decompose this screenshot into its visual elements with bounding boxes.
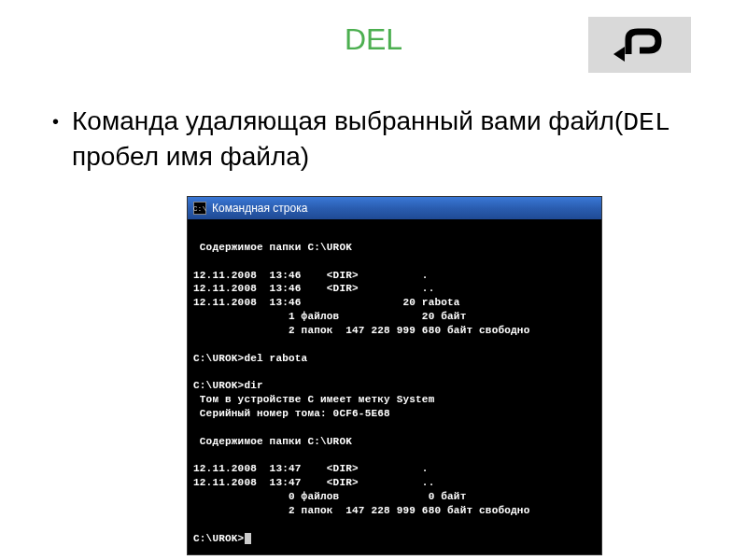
console-title-text: Командная строка bbox=[212, 202, 307, 215]
cmd-icon: C:\ bbox=[193, 202, 206, 215]
console-titlebar: C:\ Командная строка bbox=[188, 197, 601, 219]
bullet-marker: • bbox=[52, 105, 59, 175]
description-bullet: • Команда удаляющая выбранный вами файл(… bbox=[45, 105, 702, 175]
cursor bbox=[245, 533, 251, 544]
u-turn-arrow-icon bbox=[612, 26, 668, 63]
console-window: C:\ Командная строка Содержимое папки C:… bbox=[187, 196, 602, 555]
desc-code: DEL bbox=[623, 108, 669, 137]
back-button[interactable] bbox=[588, 17, 691, 73]
description-text: Команда удаляющая выбранный вами файл(DE… bbox=[72, 105, 702, 175]
desc-part2: пробел имя файла) bbox=[72, 142, 309, 171]
svg-marker-0 bbox=[613, 47, 625, 62]
console-output: Содержимое папки C:\UROK 12.11.2008 13:4… bbox=[188, 219, 601, 554]
desc-part1: Команда удаляющая выбранный вами файл( bbox=[72, 106, 623, 135]
slide-title: DEL bbox=[345, 22, 402, 57]
